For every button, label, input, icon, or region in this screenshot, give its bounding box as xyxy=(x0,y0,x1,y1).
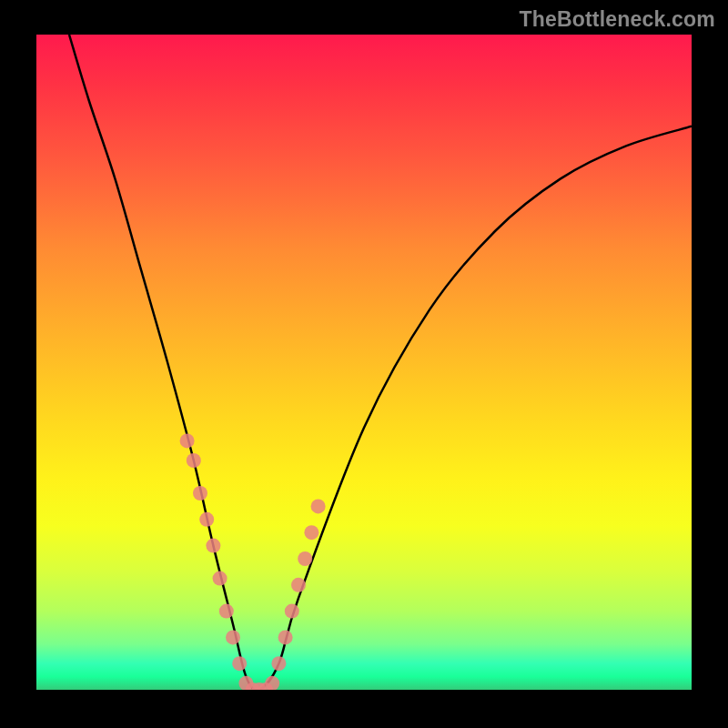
marker-dot xyxy=(311,499,326,513)
marker-dot xyxy=(213,571,228,586)
marker-dot xyxy=(193,486,207,500)
marker-dot xyxy=(285,604,299,619)
marker-dot xyxy=(199,512,214,527)
highlight-dots xyxy=(180,433,326,690)
marker-dot xyxy=(278,630,293,644)
bottleneck-curve xyxy=(69,35,692,690)
marker-dot xyxy=(219,604,234,619)
marker-dot xyxy=(187,453,201,468)
marker-dot xyxy=(226,630,240,644)
marker-dot xyxy=(265,676,279,690)
marker-dot xyxy=(180,433,195,448)
chart-container: TheBottleneck.com xyxy=(0,0,728,728)
marker-dot xyxy=(206,539,220,553)
marker-dot xyxy=(232,656,247,671)
plot-area xyxy=(36,35,692,690)
marker-dot xyxy=(304,525,318,540)
marker-dot xyxy=(291,578,306,592)
watermark-text: TheBottleneck.com xyxy=(519,7,715,32)
marker-dot xyxy=(271,656,286,671)
curve-svg xyxy=(36,35,692,690)
marker-dot xyxy=(298,551,312,566)
